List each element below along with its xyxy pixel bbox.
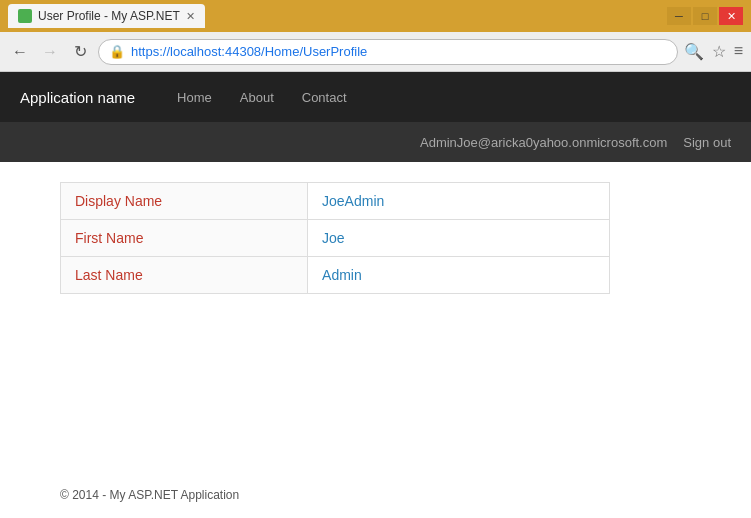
field-value: JoeAdmin bbox=[308, 183, 610, 220]
window-controls: ─ □ ✕ bbox=[667, 7, 743, 25]
back-button[interactable]: ← bbox=[8, 40, 32, 64]
nav-about[interactable]: About bbox=[228, 84, 286, 111]
main-content: Display NameJoeAdminFirst NameJoeLast Na… bbox=[0, 162, 751, 472]
table-row: Display NameJoeAdmin bbox=[61, 183, 610, 220]
field-label: First Name bbox=[61, 220, 308, 257]
nav-home[interactable]: Home bbox=[165, 84, 224, 111]
tab-close-button[interactable]: ✕ bbox=[186, 10, 195, 23]
maximize-button[interactable]: □ bbox=[693, 7, 717, 25]
field-value: Admin bbox=[308, 257, 610, 294]
close-button[interactable]: ✕ bbox=[719, 7, 743, 25]
user-email: AdminJoe@aricka0yahoo.onmicrosoft.com bbox=[420, 135, 667, 150]
tab-favicon bbox=[18, 9, 32, 23]
browser-tab[interactable]: User Profile - My ASP.NET ✕ bbox=[8, 4, 205, 28]
title-bar: User Profile - My ASP.NET ✕ ─ □ ✕ bbox=[0, 0, 751, 32]
nav-links: Home About Contact bbox=[165, 84, 358, 111]
browser-window: User Profile - My ASP.NET ✕ ─ □ ✕ ← → ↻ … bbox=[0, 0, 751, 518]
minimize-button[interactable]: ─ bbox=[667, 7, 691, 25]
user-bar: AdminJoe@aricka0yahoo.onmicrosoft.com Si… bbox=[0, 122, 751, 162]
tab-title: User Profile - My ASP.NET bbox=[38, 9, 180, 23]
navbar: Application name Home About Contact bbox=[0, 72, 751, 122]
footer-text: © 2014 - My ASP.NET Application bbox=[60, 488, 239, 502]
bookmark-icon[interactable]: ☆ bbox=[712, 42, 726, 61]
menu-icon[interactable]: ≡ bbox=[734, 42, 743, 61]
table-row: First NameJoe bbox=[61, 220, 610, 257]
forward-button[interactable]: → bbox=[38, 40, 62, 64]
address-bar-icons: 🔍 ☆ ≡ bbox=[684, 42, 743, 61]
nav-contact[interactable]: Contact bbox=[290, 84, 359, 111]
app-brand: Application name bbox=[20, 89, 135, 106]
url-text: https://localhost:44308/Home/UserProfile bbox=[131, 44, 367, 59]
field-label: Last Name bbox=[61, 257, 308, 294]
sign-out-link[interactable]: Sign out bbox=[683, 135, 731, 150]
address-bar: ← → ↻ 🔒 https://localhost:44308/Home/Use… bbox=[0, 32, 751, 72]
field-label: Display Name bbox=[61, 183, 308, 220]
profile-table: Display NameJoeAdminFirst NameJoeLast Na… bbox=[60, 182, 610, 294]
search-icon[interactable]: 🔍 bbox=[684, 42, 704, 61]
app-wrapper: Application name Home About Contact Admi… bbox=[0, 72, 751, 518]
field-value: Joe bbox=[308, 220, 610, 257]
footer: © 2014 - My ASP.NET Application bbox=[0, 472, 751, 518]
refresh-button[interactable]: ↻ bbox=[68, 40, 92, 64]
table-row: Last NameAdmin bbox=[61, 257, 610, 294]
ssl-icon: 🔒 bbox=[109, 44, 125, 59]
url-bar[interactable]: 🔒 https://localhost:44308/Home/UserProfi… bbox=[98, 39, 678, 65]
